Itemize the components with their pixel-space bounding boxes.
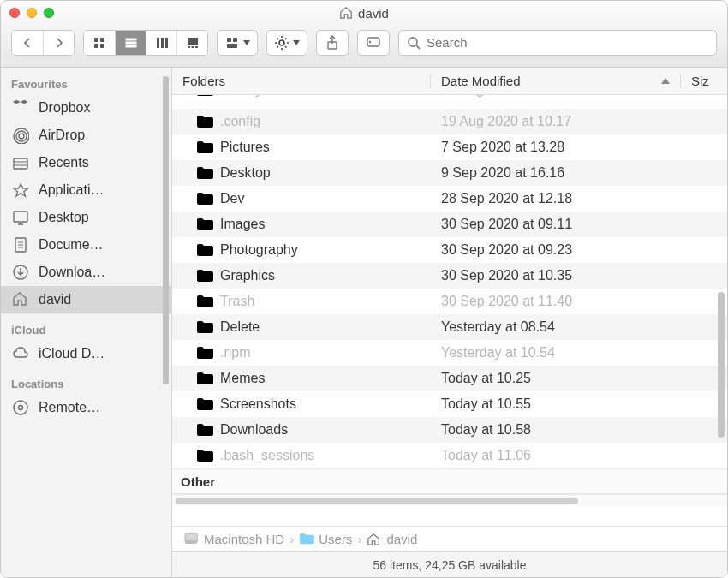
- file-name-cell: Graphics: [172, 268, 431, 283]
- file-name-cell: Dev: [172, 191, 431, 206]
- sidebar-item-cloud[interactable]: iCloud D…: [1, 340, 171, 367]
- file-name-cell: Images: [172, 217, 431, 232]
- file-row[interactable]: Desktop9 Sep 2020 at 16.16: [172, 160, 727, 186]
- sidebar-item-label: Desktop: [39, 210, 89, 225]
- cloud-icon: [11, 344, 30, 363]
- gallery-view-button[interactable]: [176, 31, 207, 55]
- file-name: .bash_sessions: [220, 448, 314, 463]
- file-row[interactable]: .config19 Aug 2020 at 10.17: [172, 109, 727, 134]
- folder-icon: [196, 115, 213, 128]
- folder-icon: [196, 449, 213, 462]
- search-field[interactable]: [398, 30, 717, 56]
- close-window-button[interactable]: [9, 8, 20, 18]
- disk-icon: [184, 533, 200, 546]
- share-button[interactable]: [316, 30, 349, 56]
- file-row[interactable]: Dev28 Sep 2020 at 12.18: [172, 186, 727, 212]
- file-name: Downloads: [220, 422, 288, 438]
- file-name: Screenshots: [220, 396, 296, 412]
- file-name-cell: Memes: [172, 371, 431, 386]
- file-date-cell: 30 Sep 2020 at 11.40: [431, 294, 681, 309]
- path-separator: ›: [289, 532, 294, 546]
- downloads-icon: [11, 263, 30, 282]
- sidebar-item-recents[interactable]: Recents: [1, 149, 171, 176]
- file-row[interactable]: MemesToday at 10.25: [172, 366, 727, 391]
- file-list[interactable]: Library10 Aug 2020 at 10.17.config19 Aug…: [172, 95, 727, 526]
- search-input[interactable]: [427, 35, 709, 50]
- nav-buttons: [11, 30, 75, 56]
- folder-icon: [196, 192, 213, 206]
- file-date-cell: Yesterday at 10.54: [431, 345, 681, 361]
- file-date-cell: Today at 11.06: [431, 448, 681, 463]
- vertical-scrollbar[interactable]: [718, 292, 725, 438]
- folder-icon: [196, 269, 213, 283]
- column-header-date[interactable]: Date Modified: [431, 74, 681, 88]
- file-row[interactable]: .npmYesterday at 10.54: [172, 340, 727, 366]
- folder-icon: [196, 320, 213, 334]
- action-menu-button[interactable]: [266, 30, 307, 56]
- file-row[interactable]: Images30 Sep 2020 at 09.11: [172, 212, 727, 237]
- window-controls: [9, 8, 54, 18]
- path-item[interactable]: Users: [299, 532, 352, 546]
- column-header-name[interactable]: Folders: [172, 74, 431, 88]
- sidebar-item-label: Applicati…: [39, 182, 104, 198]
- sidebar-item-label: iCloud D…: [39, 346, 104, 361]
- file-name: Dev: [220, 191, 244, 206]
- icon-view-button[interactable]: [84, 31, 115, 55]
- sidebar-item-applications[interactable]: Applicati…: [1, 176, 171, 204]
- forward-button[interactable]: [43, 31, 74, 55]
- group-by-button[interactable]: [217, 30, 258, 56]
- section-header-other[interactable]: Other: [172, 468, 727, 494]
- file-name: .config: [220, 114, 260, 129]
- sidebar-scrollbar[interactable]: [163, 76, 169, 384]
- sidebar-item-airdrop[interactable]: AirDrop: [1, 122, 171, 149]
- path-item[interactable]: Macintosh HD: [184, 532, 284, 546]
- home-icon: [11, 290, 30, 309]
- home-icon: [339, 6, 353, 20]
- file-row[interactable]: Trash30 Sep 2020 at 11.40: [172, 289, 727, 314]
- sidebar-item-dropbox[interactable]: Dropbox: [1, 94, 171, 122]
- chevron-down-icon: [243, 40, 250, 45]
- column-headers: Folders Date Modified Siz: [172, 68, 727, 95]
- file-row[interactable]: DeleteYesterday at 08.54: [172, 314, 727, 340]
- file-row[interactable]: Graphics30 Sep 2020 at 10.35: [172, 263, 727, 289]
- sidebar-section-header: Locations: [1, 367, 171, 394]
- list-view-button[interactable]: [115, 31, 146, 55]
- zoom-window-button[interactable]: [44, 8, 54, 18]
- toolbar: [1, 25, 727, 67]
- column-view-button[interactable]: [146, 31, 176, 55]
- status-bar: 56 items, 24,25 GB available: [172, 551, 727, 577]
- horizontal-scrollbar[interactable]: [172, 494, 727, 506]
- file-row[interactable]: .bash_sessionsToday at 11.06: [172, 443, 727, 468]
- sidebar-item-home[interactable]: david: [1, 286, 171, 313]
- folder-icon: [196, 95, 213, 97]
- back-button[interactable]: [12, 31, 43, 55]
- sidebar-item-documents[interactable]: Docume…: [1, 231, 171, 259]
- tags-button[interactable]: [357, 30, 390, 56]
- path-item[interactable]: david: [367, 532, 417, 546]
- file-name-cell: Pictures: [172, 140, 431, 155]
- sidebar-item-label: Dropbox: [39, 100, 90, 116]
- finder-window: david: [0, 0, 728, 578]
- folder-icon: [196, 423, 213, 437]
- file-row[interactable]: Library10 Aug 2020 at 10.17: [172, 95, 727, 109]
- chevron-right-icon: [51, 35, 67, 51]
- scrollbar-thumb[interactable]: [176, 498, 578, 504]
- sidebar-item-desktop[interactable]: Desktop: [1, 204, 171, 231]
- file-name-cell: Desktop: [172, 165, 431, 181]
- column-header-size[interactable]: Siz: [681, 74, 727, 88]
- minimize-window-button[interactable]: [27, 8, 37, 18]
- folder-icon: [196, 140, 213, 154]
- sidebar-item-disc[interactable]: Remote…: [1, 394, 171, 421]
- path-label: Users: [319, 532, 352, 546]
- file-date-cell: Today at 10.55: [431, 396, 681, 412]
- file-row[interactable]: Photography30 Sep 2020 at 09.23: [172, 237, 727, 263]
- window-title-label: david: [358, 6, 389, 21]
- file-row[interactable]: DownloadsToday at 10.58: [172, 417, 727, 443]
- file-name: Delete: [220, 319, 260, 335]
- file-name: Library: [220, 95, 262, 98]
- file-name-cell: Delete: [172, 319, 431, 335]
- folder-icon: [196, 243, 213, 257]
- file-row[interactable]: ScreenshotsToday at 10.55: [172, 391, 727, 417]
- file-row[interactable]: Pictures7 Sep 2020 at 13.28: [172, 134, 727, 160]
- sidebar-item-downloads[interactable]: Downloa…: [1, 259, 171, 286]
